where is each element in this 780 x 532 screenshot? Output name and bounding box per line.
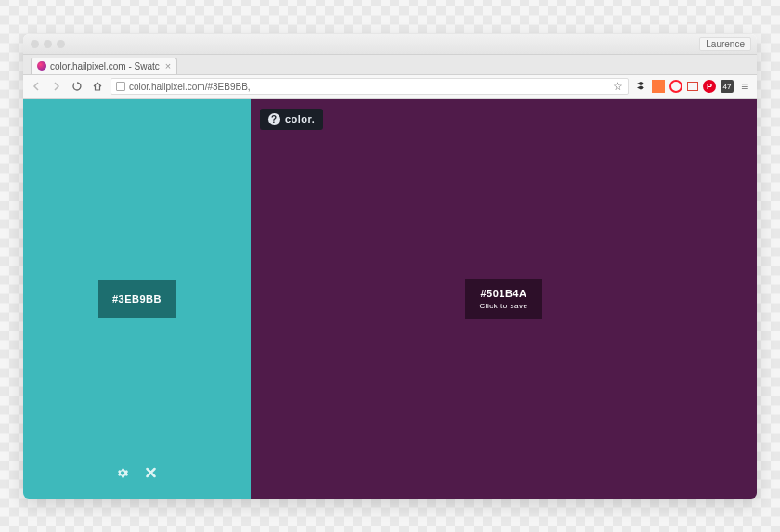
swatch-hover-hex: #501B4A [480,288,526,299]
home-button[interactable] [90,79,105,94]
tab-title: color.hailpixel.com - Swatc [50,61,160,71]
extension-buffer-icon[interactable] [634,80,647,93]
extension-feedly-icon[interactable] [652,80,665,93]
swatch-saved[interactable]: #3EB9BB [23,99,251,499]
extension-pinterest-icon[interactable]: P [703,80,716,93]
address-bar: color.hailpixel.com/#3EB9BB, ☆ P 47 ≡ [23,75,757,99]
swatch-hover[interactable]: ? color. #501B4A Click to save [251,99,757,499]
browser-tab[interactable]: color.hailpixel.com - Swatc × [31,58,177,74]
page-icon [116,82,125,91]
tab-bar: color.hailpixel.com - Swatc × [23,55,757,75]
back-button[interactable] [29,79,44,94]
swatch-hover-label: #501B4A Click to save [465,279,543,319]
extension-opera-icon[interactable] [670,80,682,93]
hamburger-menu-icon[interactable]: ≡ [738,80,751,93]
zoom-window-button[interactable] [57,40,65,48]
window-titlebar: Laurence [23,34,757,55]
swatch-remove-button[interactable] [146,467,157,482]
help-icon: ? [268,113,280,125]
extension-counter-icon[interactable]: 47 [721,80,734,93]
page-content: #3EB9BB ? color. #501B4A Click to save [23,99,757,499]
reload-button[interactable] [70,79,84,94]
app-logo[interactable]: ? color. [260,109,323,130]
app-logo-text: color. [285,113,315,124]
bookmark-star-icon[interactable]: ☆ [613,80,623,93]
browser-window: Laurence color.hailpixel.com - Swatc × c… [23,34,757,499]
profile-button[interactable]: Laurence [699,37,751,51]
close-window-button[interactable] [31,40,39,48]
swatch-hover-hint: Click to save [480,302,528,310]
tab-close-button[interactable]: × [163,61,171,71]
url-text: color.hailpixel.com/#3EB9BB, [129,82,251,92]
extension-gmail-icon[interactable] [687,82,698,91]
forward-button[interactable] [49,79,64,94]
url-bar[interactable]: color.hailpixel.com/#3EB9BB, ☆ [110,78,629,95]
swatch-saved-label: #3EB9BB [98,280,176,318]
swatch-actions [117,467,157,482]
swatch-settings-button[interactable] [117,467,129,482]
extensions-tray: P 47 ≡ [634,80,751,93]
favicon-icon [37,61,46,71]
traffic-lights [31,40,65,48]
minimize-window-button[interactable] [44,40,52,48]
